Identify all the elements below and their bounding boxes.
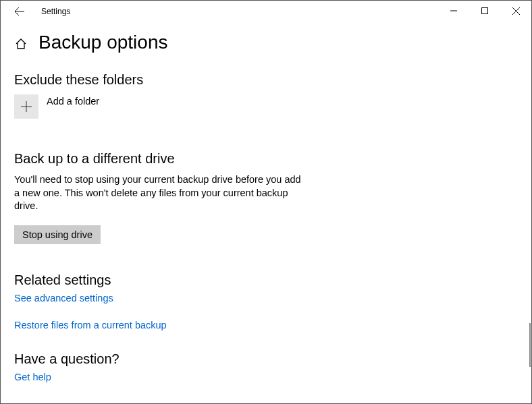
plus-icon [20, 100, 32, 113]
restore-files-link[interactable]: Restore files from a current backup [14, 320, 167, 330]
page-title: Backup options [38, 32, 167, 53]
exclude-heading: Exclude these folders [14, 72, 518, 88]
window-title: Settings [41, 7, 70, 16]
get-help-link[interactable]: Get help [14, 372, 51, 382]
content-area: Backup options Exclude these folders Add… [1, 22, 531, 383]
add-folder-button[interactable]: Add a folder [14, 94, 518, 119]
arrow-left-icon [14, 6, 25, 17]
home-icon[interactable] [14, 37, 28, 51]
svg-rect-1 [482, 8, 488, 14]
window-controls [438, 1, 531, 21]
maximize-button[interactable] [469, 1, 500, 21]
stop-using-drive-button[interactable]: Stop using drive [14, 225, 101, 244]
different-drive-heading: Back up to a different drive [14, 151, 518, 167]
minimize-icon [450, 7, 457, 14]
maximize-icon [481, 7, 488, 14]
have-a-question-heading: Have a question? [14, 351, 518, 367]
different-drive-body: You'll need to stop using your current b… [14, 173, 304, 213]
related-settings-heading: Related settings [14, 272, 518, 288]
plus-tile [14, 94, 38, 119]
minimize-button[interactable] [438, 1, 469, 21]
scrollbar[interactable] [529, 323, 531, 367]
back-button[interactable] [10, 2, 29, 21]
see-advanced-settings-link[interactable]: See advanced settings [14, 293, 113, 304]
close-button[interactable] [500, 1, 531, 21]
add-folder-label: Add a folder [47, 96, 99, 107]
close-icon [512, 7, 520, 15]
page-header: Backup options [14, 32, 518, 53]
